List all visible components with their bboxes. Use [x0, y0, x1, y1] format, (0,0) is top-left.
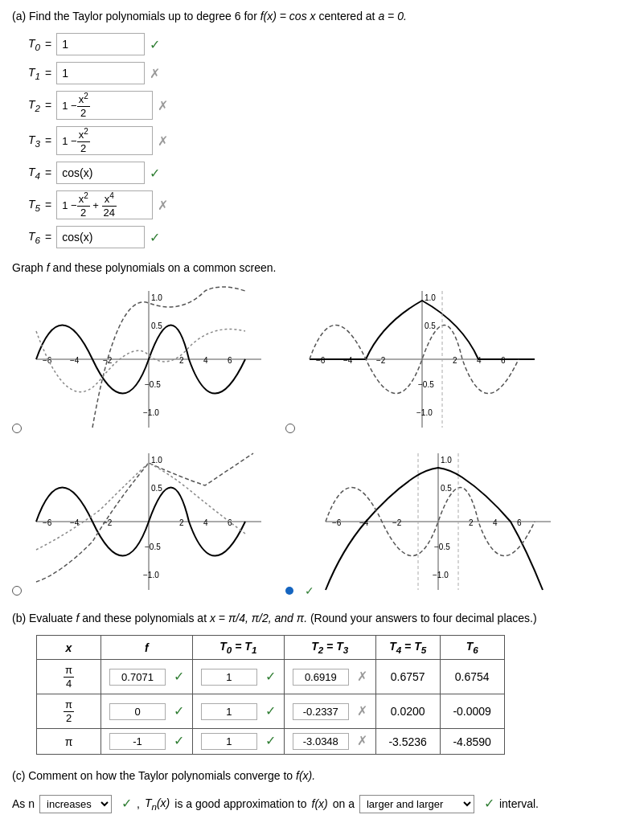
T6-pi: -4.8590 [440, 729, 504, 755]
radio-3[interactable] [12, 586, 22, 596]
col-T23: T2 = T3 [284, 636, 375, 660]
check-icon-T0: ✓ [150, 37, 160, 52]
svg-text:−6: −6 [332, 518, 342, 527]
poly-eq-T0: = [45, 38, 51, 51]
svg-text:6: 6 [228, 356, 232, 365]
T01-pi-input[interactable] [201, 733, 257, 750]
T01-pi: ✓ [192, 729, 284, 755]
col-x: x [37, 636, 101, 660]
poly-row-T1: T1 = 1 ✗ [12, 62, 632, 84]
col-T01: T0 = T1 [192, 636, 284, 660]
f-pi2: ✓ [101, 694, 193, 729]
graph-3: −6 −4 −2 2 4 6 1.0 0.5 −0.5 −1.0 [28, 445, 269, 594]
svg-text:2: 2 [453, 356, 457, 365]
f-pi: ✓ [101, 729, 193, 755]
increases-dropdown[interactable]: increases decreases [39, 795, 112, 813]
blue-dot-4[interactable] [285, 587, 293, 595]
poly-eq-T1: = [45, 67, 51, 80]
T01-pi2-input[interactable] [201, 703, 257, 720]
x-icon-T3: ✗ [158, 133, 168, 149]
svg-text:−4: −4 [70, 518, 80, 527]
poly-row-T5: T5 = 1 − x22 + x424 ✗ [12, 190, 632, 219]
svg-text:1.0: 1.0 [151, 293, 162, 302]
poly-input-T3[interactable]: 1 − x22 [56, 126, 153, 155]
comma-text: , [137, 794, 140, 814]
graph-4-container: ✓ −6 −4 −2 2 4 6 1.0 0.5 −0.5 −1.0 [285, 445, 559, 597]
svg-text:2: 2 [179, 356, 184, 365]
table-row-pi4: π4 ✓ ✓ ✗ 0.6757 0.6754 [37, 660, 505, 694]
svg-text:−1.0: −1.0 [143, 408, 159, 417]
poly-input-T1[interactable]: 1 [56, 62, 145, 84]
poly-label-T4: T4 [12, 166, 40, 181]
svg-text:−2: −2 [376, 356, 386, 365]
problem-b-section: (b) Evaluate f and these polynomials at … [12, 610, 632, 755]
func-text: f(x) = cos x [260, 10, 316, 23]
graph-1-container: −6 −4 −2 2 4 6 1.0 0.5 −0.5 −1.0 [12, 283, 269, 434]
on-a-text: on a [333, 794, 355, 814]
check-icon-c2: ✓ [484, 792, 494, 816]
poly-label-T3: T3 [12, 133, 40, 149]
poly-input-T2[interactable]: 1 − x22 [56, 91, 153, 120]
table-row-pi2: π2 ✓ ✓ ✗ 0.0200 -0.0009 [37, 694, 505, 729]
col-T6: T6 [440, 636, 504, 660]
svg-text:−6: −6 [316, 356, 326, 365]
col-T45: T4 = T5 [375, 636, 440, 660]
T01-pi4-input[interactable] [201, 669, 257, 686]
graph-row-2: −6 −4 −2 2 4 6 1.0 0.5 −0.5 −1.0 ✓ [12, 445, 632, 597]
T23-pi4: ✗ [284, 660, 375, 694]
poly-row-T3: T3 = 1 − x22 ✗ [12, 126, 632, 155]
radio-2[interactable] [285, 424, 295, 433]
svg-text:−0.5: −0.5 [418, 380, 434, 389]
T23-pi2-input[interactable] [293, 703, 349, 720]
T23-pi-input[interactable] [293, 733, 349, 750]
T23-pi4-input[interactable] [293, 669, 349, 686]
poly-input-T4[interactable]: cos(x) [56, 162, 145, 184]
problem-c-section: (c) Comment on how the Taylor polynomial… [12, 768, 632, 816]
poly-label-T6: T6 [12, 230, 40, 245]
poly-input-T6[interactable]: cos(x) [56, 226, 145, 248]
svg-text:−1.0: −1.0 [416, 408, 433, 417]
svg-text:−0.5: −0.5 [145, 380, 161, 389]
x-pi4: π4 [37, 660, 101, 694]
poly-label-T5: T5 [12, 198, 40, 213]
T6-pi4: 0.6754 [440, 660, 504, 694]
f-pi2-input[interactable] [109, 703, 166, 720]
problem-b-instruction: (b) Evaluate f and these polynomials at … [12, 610, 632, 627]
x-pi2: π2 [37, 694, 101, 729]
graph-2-container: −6 −4 −2 2 4 6 1.0 0.5 −0.5 −1.0 [285, 283, 543, 434]
svg-text:1.0: 1.0 [441, 456, 452, 465]
poly-input-T5[interactable]: 1 − x22 + x424 [56, 190, 153, 219]
f-pi-input[interactable] [109, 733, 166, 750]
svg-text:6: 6 [517, 518, 522, 527]
graph-2: −6 −4 −2 2 4 6 1.0 0.5 −0.5 −1.0 [301, 283, 543, 432]
svg-text:−0.5: −0.5 [145, 543, 161, 551]
poly-row-T0: T0 = 1 ✓ [12, 33, 632, 55]
T01-pi4: ✓ [192, 660, 284, 694]
T45-pi2: 0.0200 [375, 694, 440, 729]
problem-c-instruction: (c) Comment on how the Taylor polynomial… [12, 768, 632, 784]
radio-1[interactable] [12, 424, 22, 433]
svg-text:6: 6 [501, 356, 506, 365]
poly-row-T2: T2 = 1 − x22 ✗ [12, 91, 632, 120]
interval-text: interval. [499, 794, 539, 814]
instruction-text: (a) Find the Taylor polynomials up to de… [12, 10, 257, 23]
graph-instruction: Graph f and these polynomials on a commo… [12, 260, 632, 276]
poly-eq-T5: = [45, 199, 51, 211]
svg-text:0.5: 0.5 [151, 321, 162, 330]
check-icon-T6: ✓ [150, 230, 160, 245]
svg-text:−1.0: −1.0 [143, 571, 159, 579]
col-f: f [101, 636, 193, 660]
larger-dropdown[interactable]: larger and larger smaller and smaller [359, 795, 474, 813]
poly-input-T0[interactable]: 1 [56, 33, 145, 55]
a-val-text: a = 0. [378, 10, 406, 23]
table-row-pi: π ✓ ✓ ✗ -3.5236 -4.8590 [37, 729, 505, 755]
centered-text: centered at [318, 10, 375, 23]
f-pi4-input[interactable] [109, 669, 166, 686]
graph-row-1: −6 −4 −2 2 4 6 1.0 0.5 −0.5 −1.0 [12, 283, 632, 434]
graph-3-container: −6 −4 −2 2 4 6 1.0 0.5 −0.5 −1.0 [12, 445, 269, 597]
graph-1: −6 −4 −2 2 4 6 1.0 0.5 −0.5 −1.0 [28, 283, 269, 432]
f-pi4: ✓ [101, 660, 193, 694]
svg-text:4: 4 [203, 356, 208, 365]
T45-pi: -3.5236 [375, 729, 440, 755]
x-icon-T1: ✗ [150, 66, 160, 81]
